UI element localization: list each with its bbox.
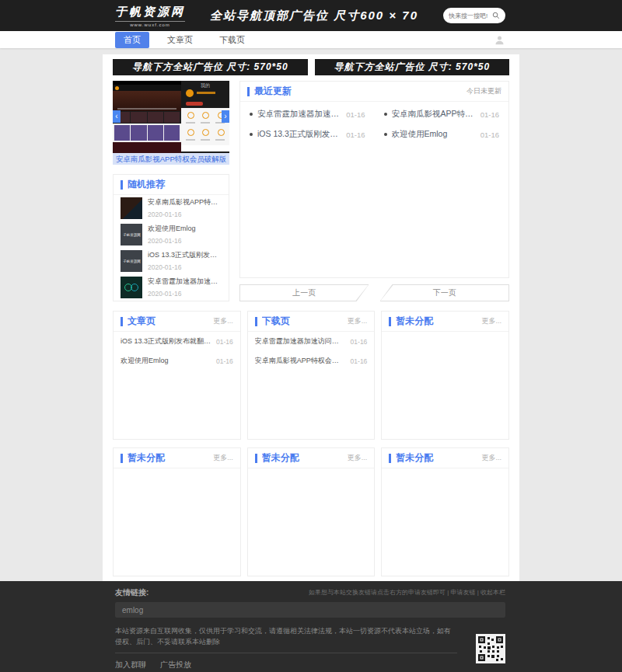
join-group-link[interactable]: 加入群聊: [115, 660, 146, 670]
recent-updates-header: 最近更新 今日未更新: [240, 82, 508, 102]
post-date: 01-16: [216, 338, 233, 346]
section-accent-bar: [121, 454, 123, 463]
section-accent-bar: [121, 180, 123, 190]
random-recommend-header: 随机推荐: [114, 175, 229, 195]
post-date: 2020-01-16: [148, 237, 196, 245]
carousel-right-icon[interactable]: ›: [222, 110, 229, 123]
section-card-downloads: 下载页 更多... 安卓雷霆加速器加速访问全球网络 01-16 安卓南瓜影视AP…: [247, 311, 376, 440]
featured-profile-label: 我的: [181, 81, 229, 89]
post-title: 欢迎使用Emlog: [121, 356, 211, 366]
list-item[interactable]: 安卓雷霆加速器加速访问全球网络2020-01-16: [114, 274, 229, 301]
section-title[interactable]: 暂未分配: [262, 451, 348, 465]
featured-image[interactable]: 我的 ‹ › 安卓南瓜影视APP特权会员破解版: [113, 81, 229, 165]
search-input[interactable]: [449, 12, 492, 19]
list-item[interactable]: 安卓南瓜影视APP特权会员破解版 01-16: [384, 104, 500, 124]
spacer: [0, 48, 622, 54]
list-item[interactable]: 子帆资源网 欢迎使用Emlog2020-01-16: [114, 221, 229, 248]
update-status: 今日未更新: [466, 86, 501, 96]
nav-tab-home[interactable]: 首页: [115, 32, 149, 48]
post-date: 01-16: [346, 110, 365, 119]
site-logo-url: www.wuxf.com: [115, 21, 185, 27]
ad-banner-left[interactable]: 导航下方全站广告位 尺寸: 570*50: [113, 59, 308, 75]
featured-caption[interactable]: 安卓南瓜影视APP特权会员破解版: [113, 153, 229, 165]
friend-links-box: emlog: [115, 602, 505, 618]
list-item[interactable]: 安卓南瓜影视APP特权会员破解版2020-01-16: [114, 195, 229, 221]
next-page-label: 下一页: [381, 285, 509, 301]
ad-contact-link[interactable]: 广告投放: [160, 660, 191, 670]
section-title[interactable]: 文章页: [128, 315, 213, 328]
post-title: 安卓南瓜影视APP特权会员破解版: [148, 197, 222, 207]
prev-page-button[interactable]: 上一页: [239, 284, 369, 301]
random-recommend-title: 随机推荐: [128, 178, 222, 191]
section-title[interactable]: 下载页: [262, 315, 348, 328]
more-link[interactable]: 更多...: [213, 453, 233, 463]
list-item[interactable]: iOS 13.3正式版刚发布就翻车，苹果回复正... 01-16: [114, 332, 240, 351]
nav-tab-articles[interactable]: 文章页: [159, 32, 201, 48]
post-thumbnail: 子帆资源网: [121, 224, 142, 245]
post-date: 01-16: [346, 131, 365, 139]
section-card-unassigned: 暂未分配 更多...: [113, 447, 241, 576]
nav-tab-downloads[interactable]: 下载页: [211, 32, 253, 48]
post-thumbnail: [121, 197, 142, 219]
friend-link-emlog[interactable]: emlog: [122, 606, 143, 615]
sections-row-2: 暂未分配 更多... 暂未分配 更多... 暂未分配 更多...: [113, 447, 509, 576]
thumbnail-label: 子帆资源网: [123, 232, 141, 236]
list-item[interactable]: 欢迎使用Emlog 01-16: [384, 124, 500, 144]
section-accent-bar: [255, 317, 257, 326]
section-accent-bar: [389, 454, 391, 463]
bullet-icon: [384, 113, 387, 116]
friend-links-note[interactable]: 如果想与本站交换友链请点击右方的申请友链即可 | 申请友链 | 收起本栏: [309, 588, 505, 597]
post-title: iOS 13.3正式版刚发布就翻车，苹果回复正...: [257, 129, 340, 140]
prev-page-label: 上一页: [240, 285, 369, 301]
post-title: 欢迎使用Emlog: [392, 129, 474, 140]
recent-updates-card: 最近更新 今日未更新 安卓雷霆加速器加速访问全球网络 01-16 安卓南瓜影视A…: [239, 81, 509, 278]
more-link[interactable]: 更多...: [482, 453, 502, 463]
post-date: 2020-01-16: [148, 211, 222, 218]
list-item[interactable]: 安卓雷霆加速器加速访问全球网络 01-16: [250, 104, 365, 124]
section-accent-bar: [121, 317, 123, 326]
footer-divider: [115, 653, 457, 653]
more-link[interactable]: 更多...: [482, 316, 502, 326]
section-accent-bar: [255, 454, 257, 463]
site-logo[interactable]: 于帆资源网 www.wuxf.com: [115, 5, 185, 27]
post-title: 欢迎使用Emlog: [148, 224, 196, 234]
friend-links-label: 友情链接:: [115, 587, 149, 598]
search-icon[interactable]: [492, 12, 500, 19]
sections-row-1: 文章页 更多... iOS 13.3正式版刚发布就翻车，苹果回复正... 01-…: [113, 311, 509, 440]
section-title[interactable]: 暂未分配: [396, 315, 481, 328]
pagination: 上一页 下一页: [239, 284, 509, 301]
section-title[interactable]: 暂未分配: [128, 451, 213, 465]
post-date: 2020-01-16: [148, 263, 222, 271]
post-date: 01-16: [216, 357, 233, 365]
list-item[interactable]: 安卓雷霆加速器加速访问全球网络 01-16: [248, 332, 375, 351]
site-logo-title: 于帆资源网: [115, 5, 185, 19]
carousel-left-icon[interactable]: ‹: [113, 110, 121, 123]
site-header: 于帆资源网 www.wuxf.com 全站导航顶部广告位 尺寸600 × 70: [0, 0, 622, 31]
bullet-icon: [250, 113, 253, 116]
more-link[interactable]: 更多...: [213, 316, 233, 326]
list-item[interactable]: iOS 13.3正式版刚发布就翻车，苹果回复正... 01-16: [250, 124, 365, 144]
search-box: [443, 8, 505, 23]
post-title: 安卓雷霆加速器加速访问全球网络: [148, 277, 222, 287]
more-link[interactable]: 更多...: [348, 453, 368, 463]
section-title[interactable]: 暂未分配: [396, 451, 481, 465]
ad-banner-right[interactable]: 导航下方全站广告位 尺寸: 570*50: [315, 59, 510, 75]
section-accent-bar: [389, 317, 391, 326]
bullet-icon: [384, 133, 387, 136]
post-title: 安卓雷霆加速器加速访问全球网络: [257, 109, 340, 120]
section-card-unassigned: 暂未分配 更多...: [381, 447, 509, 576]
sidebar: 我的 ‹ › 安卓南瓜影视APP特权会员破解版 随机推荐 安卓南瓜影视APP特权…: [113, 81, 229, 301]
list-item[interactable]: 安卓南瓜影视APP特权会员破解版 01-16: [248, 351, 375, 371]
post-thumbnail: 子帆资源网: [121, 250, 142, 272]
main-nav: 首页 文章页 下载页: [0, 31, 622, 48]
list-item[interactable]: 子帆资源网 iOS 13.3正式版刚发布就翻车、苹...2020-01-16: [114, 248, 229, 274]
top-ad-banner[interactable]: 全站导航顶部广告位 尺寸600 × 70: [210, 9, 418, 23]
more-link[interactable]: 更多...: [348, 316, 368, 326]
post-title: 安卓南瓜影视APP特权会员破解版: [255, 356, 346, 366]
post-date: 01-16: [351, 357, 368, 365]
next-page-button[interactable]: 下一页: [380, 284, 510, 301]
post-title: 安卓雷霆加速器加速访问全球网络: [255, 336, 346, 346]
user-avatar-icon[interactable]: [494, 34, 505, 46]
post-date: 01-16: [480, 131, 499, 139]
list-item[interactable]: 欢迎使用Emlog 01-16: [114, 351, 240, 371]
